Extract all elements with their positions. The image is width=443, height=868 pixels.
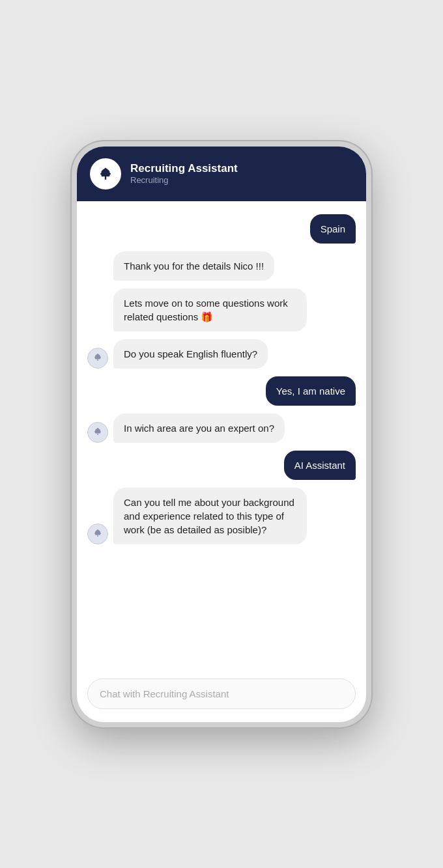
message-row: Lets move on to some questions work rela… bbox=[87, 288, 356, 331]
message-row: In wich area are you an expert on? bbox=[87, 413, 356, 443]
user-message: AI Assistant bbox=[284, 451, 356, 480]
chat-header: Recruiting Assistant Recruiting bbox=[77, 147, 366, 201]
message-row: AI Assistant bbox=[87, 451, 356, 480]
message-row: Can you tell me about your background an… bbox=[87, 488, 356, 544]
svg-rect-5 bbox=[97, 433, 98, 435]
message-row: Do you speak English fluently? bbox=[87, 339, 356, 369]
message-row: Yes, I am native bbox=[87, 376, 356, 406]
chat-input[interactable] bbox=[87, 679, 356, 709]
bot-avatar bbox=[87, 524, 108, 544]
bot-message: In wich area are you an expert on? bbox=[113, 413, 285, 443]
chat-input-area bbox=[77, 669, 366, 722]
bot-avatar bbox=[87, 422, 108, 443]
svg-rect-1 bbox=[105, 176, 106, 180]
bot-message: Lets move on to some questions work rela… bbox=[113, 288, 307, 331]
bot-message: Do you speak English fluently? bbox=[113, 339, 268, 369]
bot-avatar bbox=[87, 348, 108, 369]
header-name: Recruiting Assistant bbox=[130, 162, 238, 175]
message-row: Spain bbox=[87, 214, 356, 244]
user-message: Yes, I am native bbox=[266, 376, 356, 406]
svg-rect-7 bbox=[97, 535, 98, 537]
header-info: Recruiting Assistant Recruiting bbox=[130, 162, 238, 185]
svg-rect-3 bbox=[97, 359, 98, 361]
bot-message: Thank you for the details Nico !!! bbox=[113, 251, 274, 281]
user-message: Spain bbox=[310, 214, 356, 244]
bot-header-avatar bbox=[90, 158, 121, 189]
chat-body: Spain Thank you for the details Nico !!!… bbox=[77, 201, 366, 669]
message-row: Thank you for the details Nico !!! bbox=[87, 251, 356, 281]
phone-frame: Recruiting Assistant Recruiting Spain Th… bbox=[72, 141, 371, 727]
header-subtitle: Recruiting bbox=[130, 175, 238, 185]
bot-message: Can you tell me about your background an… bbox=[113, 488, 307, 544]
